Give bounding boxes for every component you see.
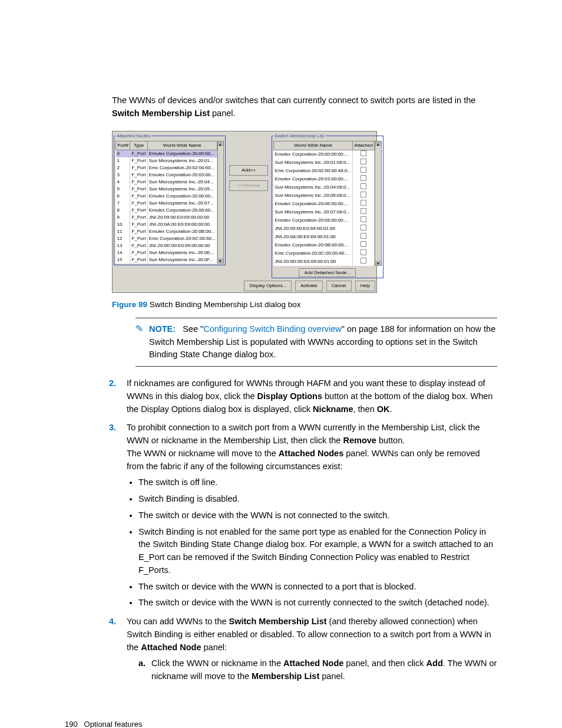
checkbox[interactable] xyxy=(361,241,366,247)
scrollbar[interactable]: ▴▾ xyxy=(217,141,224,263)
divider xyxy=(135,318,497,318)
page-footer: 190 Optional features xyxy=(65,719,497,728)
divider xyxy=(135,366,497,367)
table-row[interactable]: 3F_PortEmulex Corporation-20:03:00... xyxy=(116,172,217,179)
table-row[interactable]: Emc Corporation-20:02:00:60:48:0... xyxy=(274,167,375,175)
substep-a: a. Click the WWN or nickname in the Atta… xyxy=(138,657,497,683)
checkbox[interactable] xyxy=(361,183,366,189)
list-item: The switch is off line. xyxy=(138,476,497,489)
cancel-button[interactable]: Cancel xyxy=(326,281,352,291)
note-block: ✎ NOTE: See "Configuring Switch Binding … xyxy=(135,323,497,361)
table-row[interactable]: Sun Microsystems Inc.-20:01:08:0... xyxy=(274,159,375,167)
step-number: 2. xyxy=(109,377,116,390)
checkbox[interactable] xyxy=(361,175,366,181)
figure-caption: Figure 89 Switch Binding Membership List… xyxy=(112,299,497,311)
figure-title: Switch Binding Membership List dialog bo… xyxy=(150,300,301,309)
table-row[interactable]: Emulex Corporation-20:06:00:00:... xyxy=(274,200,375,208)
checkbox[interactable] xyxy=(361,200,366,206)
table-row[interactable]: 4F_PortSun Microsystems Inc.-20:04... xyxy=(116,179,217,186)
checkbox[interactable] xyxy=(361,150,366,156)
add-detached-button[interactable]: Add Detached Node... xyxy=(299,268,356,277)
intro-text: The WWNs of devices and/or switches that… xyxy=(112,95,475,105)
checkbox[interactable] xyxy=(361,258,366,263)
checkbox[interactable] xyxy=(361,225,366,230)
transfer-buttons: Add>> <<Remove xyxy=(229,133,268,191)
step-3: 3. To prohibit connection to a switch po… xyxy=(109,421,497,610)
membership-table[interactable]: World Wide Name Attached Emulex Corporat… xyxy=(273,141,375,266)
list-item: The switch or device with the WWN is not… xyxy=(138,597,497,610)
table-row[interactable]: Sun Microsystems Inc.-20:05:08:0... xyxy=(274,192,375,200)
col-type[interactable]: Type xyxy=(130,141,147,150)
step-4: 4. You can add WWNs to the Switch Member… xyxy=(109,615,497,683)
list-item: The switch or device with the WWN is not… xyxy=(138,509,497,522)
checkbox[interactable] xyxy=(361,233,366,239)
table-row[interactable]: 9F_PortJNI-20:09:00:E0:69:00:00:00 xyxy=(116,214,217,221)
note-icon: ✎ xyxy=(135,323,143,361)
note-pre: See " xyxy=(183,324,203,334)
mcol-attached[interactable]: Attached xyxy=(353,141,375,150)
table-row[interactable]: Emulex Corporation-20:03:00:00:... xyxy=(274,175,375,183)
table-row[interactable]: JNI-20:09:00:E0:69:00:01:00 xyxy=(274,225,375,233)
table-row[interactable]: 15F_PortSun Microsystems Inc.-20:0F... xyxy=(116,256,217,263)
list-item: Switch Binding is not enabled for the sa… xyxy=(138,526,497,577)
membership-legend: Switch Membership List xyxy=(273,133,325,140)
intro-post: panel. xyxy=(210,108,236,118)
list-item: The switch or device with the WWN is con… xyxy=(138,581,497,594)
col-port[interactable]: Port# xyxy=(116,141,130,150)
dialog-panel: Attached Nodes Port# Type World Wide Nam… xyxy=(112,131,377,293)
checkbox[interactable] xyxy=(361,159,366,164)
intro-paragraph: The WWNs of devices and/or switches that… xyxy=(112,94,497,120)
mcol-wwn[interactable]: World Wide Name xyxy=(274,141,353,150)
table-row[interactable]: 14F_PortSun Microsystems Inc.-20:0E... xyxy=(116,249,217,256)
checkbox[interactable] xyxy=(361,192,366,197)
page-number: 190 xyxy=(65,720,78,728)
table-row[interactable]: 13F_PortJNI-20:0D:00:E0:69:00:00:00 xyxy=(116,242,217,249)
table-row[interactable]: 2F_PortEmc Corporation-20:02:00:60... xyxy=(116,164,217,172)
attached-table[interactable]: Port# Type World Wide Name 0F_PortEmulex… xyxy=(115,141,217,263)
display-options-button[interactable]: Display Options... xyxy=(244,281,292,291)
add-button[interactable]: Add>> xyxy=(229,165,268,176)
col-wwn[interactable]: World Wide Name xyxy=(147,141,217,150)
checkbox[interactable] xyxy=(361,208,366,214)
intro-bold: Switch Membership List xyxy=(112,108,210,118)
table-row[interactable]: 8F_PortEmulex Corporation-20:08:00... xyxy=(116,207,217,214)
attached-legend: Attached Nodes xyxy=(115,133,151,140)
table-row[interactable]: 5F_PortSun Microsystems Inc.-20:05... xyxy=(116,186,217,193)
table-row[interactable]: 7F_PortSun Microsystems Inc.-20:07... xyxy=(116,200,217,207)
table-row[interactable]: JNI-20:0A:00:E0:69:00:01:00 xyxy=(274,233,375,241)
table-row[interactable]: Sun Microsystems Inc.-20:04:08:0... xyxy=(274,183,375,192)
checkbox[interactable] xyxy=(361,249,366,255)
membership-panel: Switch Membership List World Wide Name A… xyxy=(272,133,384,278)
table-row[interactable]: Emulex Corporation-20:00:00:00:... xyxy=(274,150,375,159)
figure-number: Figure 89 xyxy=(112,300,147,309)
table-row[interactable]: 11F_PortEmulex Corporation-20:0B:00... xyxy=(116,228,217,235)
table-row[interactable]: Emulex Corporation-20:08:00:00:... xyxy=(274,216,375,225)
step-2: 2. If nicknames are configured for WWNs … xyxy=(109,377,497,416)
table-row[interactable]: JNI-20:0D:00:E0:69:00:01:00 xyxy=(274,258,375,266)
checkbox[interactable] xyxy=(361,216,366,222)
section-title: Optional features xyxy=(84,720,143,728)
scrollbar[interactable]: ▴▾ xyxy=(375,141,381,266)
step-number: 4. xyxy=(109,615,116,628)
step-number: 3. xyxy=(109,421,116,434)
list-item: Switch Binding is disabled. xyxy=(138,493,497,506)
substep-letter: a. xyxy=(138,657,146,670)
table-row[interactable]: 6F_PortEmulex Corporation-20:06:00... xyxy=(116,193,217,200)
table-row[interactable]: 10F_PortJNI-20:0A:00:E0:69:00:00:00 xyxy=(116,221,217,228)
table-row[interactable]: 12F_PortEmc Corporation-20:0C:00:60... xyxy=(116,235,217,242)
help-button[interactable]: Help xyxy=(355,281,375,291)
note-label: NOTE: xyxy=(149,324,176,334)
activate-button[interactable]: Activate xyxy=(295,281,322,291)
note-link[interactable]: Configuring Switch Binding overview xyxy=(203,324,342,334)
table-row[interactable]: Emc Corporation-20:0C:00:00:48:... xyxy=(274,249,375,258)
table-row[interactable]: Sun Microsystems Inc.-20:07:08:0... xyxy=(274,208,375,216)
table-row[interactable]: Emulex Corporation-20:0B:00:00:... xyxy=(274,241,375,249)
attached-nodes-panel: Attached Nodes Port# Type World Wide Nam… xyxy=(114,133,226,265)
remove-button[interactable]: <<Remove xyxy=(229,180,268,191)
checkbox[interactable] xyxy=(361,167,366,173)
table-row[interactable]: 1F_PortSun Microsystems Inc.-20:01... xyxy=(116,157,217,164)
table-row[interactable]: 0F_PortEmulex Corporation-20:00:00... xyxy=(116,150,217,157)
